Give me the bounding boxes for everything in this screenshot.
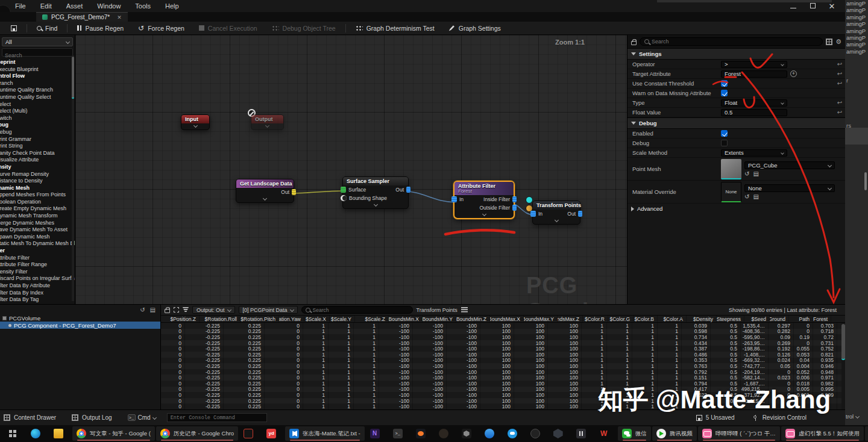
table-search-input[interactable] (313, 307, 409, 313)
browse-asset-icon[interactable]: ▤ (753, 193, 758, 200)
palette-item[interactable]: Boolean Operation (0, 199, 75, 206)
column-header[interactable]: $Rotation.Yaw (279, 316, 304, 322)
table-row[interactable]: 0-0.2250.2250111-100-100-100100100100111… (161, 387, 845, 393)
palette-item[interactable]: Save Dynamic Mesh To Asset (0, 226, 75, 234)
enabled-checkbox[interactable] (721, 130, 728, 137)
table-row[interactable]: 0-0.2250.2250111-100-100-100100100100111… (161, 352, 845, 358)
palette-search-input[interactable] (2, 52, 72, 59)
table-row[interactable]: 0-0.2250.2250111-100-100-100100100100111… (161, 392, 845, 398)
taskbar-item[interactable] (4, 426, 25, 441)
column-header[interactable]: $Color.R (583, 316, 608, 322)
taskbar-item[interactable]: 微信 (618, 426, 651, 441)
table-row[interactable]: 0-0.2250.2250111-100-100-100100100100111… (161, 334, 845, 340)
taskbar-item[interactable]: 写文章 - 知乎 - Google ( (72, 426, 155, 441)
palette-item[interactable]: Create Empty Dynamic Mesh (0, 205, 75, 213)
node-input[interactable]: Input (181, 114, 210, 130)
taskbar-item[interactable] (412, 426, 433, 441)
close-button[interactable]: ✕ (828, 2, 835, 11)
force-regen-button[interactable]: ↺Force Regen (133, 23, 189, 33)
float-value-input[interactable]: 0.5 (721, 109, 787, 116)
column-header[interactable]: $Color.G (608, 316, 634, 322)
palette-item[interactable]: Filter Data By Tag (0, 296, 75, 303)
type-dropdown[interactable]: Float (721, 99, 787, 107)
palette-item[interactable]: Debug (0, 122, 75, 129)
palette-item[interactable]: Dynamic Mesh (0, 185, 75, 192)
tab-close-icon[interactable]: ✕ (117, 14, 122, 20)
palette-item[interactable]: Discard Points on Irregular Surfac (0, 275, 75, 282)
column-header[interactable]: $BoundsMax.Y (524, 316, 558, 322)
column-header[interactable]: $Rotation.Roll (200, 316, 241, 322)
table-search[interactable] (301, 306, 413, 314)
use-selected-icon[interactable]: ↺ (744, 193, 749, 200)
table-row[interactable]: 0-0.2250.2250111-100-100-100100100100111… (161, 381, 845, 387)
table-row[interactable]: 0-0.2250.2250111-100-100-100100100100111… (161, 340, 845, 346)
table-row[interactable]: 0-0.2250.2250111-100-100-100100100100111… (161, 369, 845, 375)
palette-scrollbar[interactable] (72, 55, 74, 301)
palette-item[interactable]: Attribute Filter (0, 255, 75, 262)
material-thumbnail[interactable]: None (721, 182, 741, 202)
unsaved-button[interactable]: 5 Unsaved (691, 414, 740, 421)
tree-item-pcg-component[interactable]: PCG Component - PCG_Forest_Demo7 (0, 322, 160, 329)
collapse-icon[interactable] (373, 202, 377, 207)
menu-tools[interactable]: Tools (128, 1, 157, 11)
node-get-landscape-data[interactable]: Get Landscape Data Out (236, 179, 294, 203)
surface-pin-icon[interactable] (341, 187, 346, 193)
palette-item[interactable]: Select (0, 101, 75, 108)
taskbar-item[interactable]: 张志海-Matte.笔记.txt - (285, 426, 365, 441)
revision-control-button[interactable]: Revision Control (748, 414, 811, 421)
taskbar-item[interactable]: 腾讯视频 (652, 426, 697, 441)
taskbar-item[interactable]: 哔哩哔哩 ( ´-`)つロ 干… (698, 426, 780, 441)
palette-item[interactable]: Execute Blueprint (0, 66, 75, 73)
taskbar-item[interactable]: 历史记录 - Google Chro (156, 426, 238, 441)
find-button[interactable]: Find (32, 23, 62, 33)
output-dropdown[interactable]: Output: Out (192, 306, 235, 314)
bounding-shape-pin-icon[interactable] (341, 195, 347, 201)
palette-item[interactable]: Append Meshes From Points (0, 191, 75, 199)
table-row[interactable]: 0-0.2250.2250111-100-100-100100100100111… (161, 323, 845, 329)
menu-window[interactable]: Window (90, 1, 127, 11)
column-header[interactable]: $BoundsMin.X (389, 316, 423, 322)
column-header[interactable]: $Rotation.Pitch (241, 316, 279, 322)
column-header[interactable]: $Scale.Z (355, 316, 389, 322)
palette-item[interactable]: Select (Multi) (0, 108, 75, 115)
palette-item[interactable]: Debug (0, 129, 75, 136)
node-attribute-filter[interactable]: Attribute Filter Forest InInside Filter … (453, 181, 515, 219)
palette-item[interactable]: Filter (0, 247, 75, 255)
point-mesh-thumbnail[interactable] (721, 159, 741, 179)
column-header[interactable]: $Color.B (634, 316, 658, 322)
column-header[interactable]: $Steepness (717, 316, 744, 322)
taskbar-item[interactable] (572, 426, 594, 441)
palette-item[interactable]: Filter Data By Index (0, 290, 75, 297)
column-header[interactable]: $Density (687, 316, 717, 322)
material-dropdown[interactable]: None (744, 184, 835, 192)
graph-canvas[interactable]: Zoom 1:1 PCG Graph Input Output Get Land… (75, 35, 627, 304)
gear-icon[interactable]: ⚙ (835, 39, 841, 45)
lock-icon[interactable] (631, 41, 637, 45)
point-mesh-dropdown[interactable]: PCG_Cube (744, 161, 835, 169)
reset-icon[interactable]: ↩ (834, 99, 845, 106)
column-header[interactable]: Forest (813, 316, 831, 322)
content-drawer-button[interactable]: Content Drawer (0, 414, 61, 421)
table-row[interactable]: 0-0.2250.2250111-100-100-100100100100111… (161, 403, 845, 409)
graph-determinism-test-button[interactable]: Graph Determinism Test (351, 23, 439, 33)
settings-section-header[interactable]: Settings (627, 48, 845, 60)
input-pin-icon[interactable] (530, 211, 536, 217)
input-pin-icon[interactable] (451, 196, 457, 202)
outside-filter-pin[interactable] (512, 205, 517, 211)
taskbar-item[interactable] (435, 426, 456, 441)
table-row[interactable]: 0-0.2250.2250111-100-100-100100100100111… (161, 329, 845, 335)
palette-item[interactable]: Curve Remap Density (0, 171, 75, 178)
filter-icon[interactable] (183, 307, 189, 313)
console-command-input[interactable] (168, 414, 266, 422)
taskbar-item[interactable] (239, 426, 261, 441)
node-output[interactable]: Output (251, 114, 284, 130)
taskbar-item[interactable] (27, 426, 48, 441)
palette-item[interactable]: Sanity Check Point Data (0, 150, 75, 157)
debug-checkbox[interactable] (721, 140, 728, 146)
palette-item[interactable]: Print String (0, 143, 75, 150)
browse-icon[interactable]: ▤ (150, 307, 156, 313)
column-header[interactable]: Ground (770, 316, 789, 322)
asset-actions-icon[interactable] (6, 24, 22, 33)
column-header[interactable]: $Scale.Y (330, 316, 355, 322)
palette-item[interactable]: Runtime Quality Select (0, 94, 75, 101)
